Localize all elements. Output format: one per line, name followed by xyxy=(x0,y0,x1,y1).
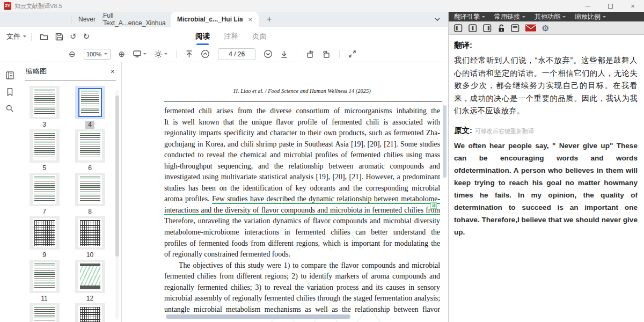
zoom-level-select[interactable]: 100% xyxy=(84,49,111,60)
titlebar: ZY 知云文献翻译V8.5 × xyxy=(0,0,644,12)
menu-other-functions[interactable]: 其他功能 xyxy=(535,12,566,21)
go-to-bottom-button[interactable] xyxy=(280,50,288,58)
page-preview xyxy=(78,262,102,291)
app-title: 知云文献翻译V8.5 xyxy=(14,2,62,10)
thumbnail-page-4[interactable]: 4 xyxy=(67,86,113,129)
zoom-in-icon: ⊕ xyxy=(119,49,126,59)
arrow-to-bottom-icon xyxy=(280,50,288,58)
minimize-icon xyxy=(586,6,590,6)
thumbnail-page-12[interactable]: 12 xyxy=(67,260,113,303)
tab-read[interactable]: 阅读 xyxy=(194,27,211,46)
expand-icon xyxy=(348,50,356,58)
thumbnail-page-number: 3 xyxy=(40,121,49,129)
tab-microbial-active[interactable]: Microbial_c..._Hui Liao * × xyxy=(171,12,259,27)
thumbnail-page-number: 12 xyxy=(84,295,96,303)
translation-annotation-badge[interactable]: 译 xyxy=(430,202,437,209)
open-file-button[interactable] xyxy=(40,32,48,41)
save-button[interactable] xyxy=(55,32,63,41)
divider xyxy=(339,50,340,58)
arrow-to-top-icon xyxy=(185,50,193,58)
rotate-left-button[interactable] xyxy=(306,50,314,58)
layout-middle-button[interactable] xyxy=(468,24,478,33)
thumbnail-preview xyxy=(30,303,60,322)
maximize-button[interactable] xyxy=(599,0,621,12)
pdf-running-head: H. Liao et al. / Food Science and Human … xyxy=(164,88,440,94)
next-page-button[interactable] xyxy=(264,49,273,58)
thumbnail-page-7[interactable]: 7 xyxy=(21,173,67,216)
thumbnail-page-8[interactable]: 8 xyxy=(67,173,113,216)
page-display-mode-button[interactable] xyxy=(133,50,147,58)
thumbnail-scrollbar[interactable] xyxy=(115,90,119,319)
thumbnail-page-11[interactable]: 11 xyxy=(21,260,67,303)
view-mode-tabs: 阅读 注释 页面 xyxy=(194,27,268,46)
search-panel-button[interactable] xyxy=(5,104,14,113)
thumbnails-panel-title: 缩略图 xyxy=(26,67,47,76)
thumbnail-page-number: 10 xyxy=(84,251,96,259)
thumbnail-page-13[interactable]: 13 xyxy=(21,303,67,322)
thumbnails-panel-button[interactable] xyxy=(5,71,14,80)
fullscreen-button[interactable] xyxy=(348,50,356,58)
menu-translation-engine[interactable]: 翻译引擎 xyxy=(454,12,485,21)
minimize-button[interactable] xyxy=(576,0,599,12)
layout-split-icon xyxy=(510,24,520,33)
page-number-input[interactable]: 4 / 26 xyxy=(218,48,255,60)
tab-close-icon[interactable]: × xyxy=(248,16,252,24)
new-tab-button[interactable]: + xyxy=(259,14,280,24)
bookmarks-panel-button[interactable] xyxy=(6,87,14,97)
thumbnail-page-5[interactable]: 5 xyxy=(21,129,67,173)
tab-page[interactable]: 页面 xyxy=(251,27,268,46)
pdf-horizontal-scrollbar-thumb[interactable] xyxy=(166,314,350,319)
previous-page-button[interactable] xyxy=(201,49,210,58)
highlighted-sentence[interactable]: interactions and the diversity of flavor… xyxy=(164,205,440,216)
tab-label: Full Text_A...ence_Xinhua xyxy=(103,12,171,27)
layout-right-button[interactable] xyxy=(482,24,492,33)
search-icon xyxy=(5,104,14,113)
undo-button[interactable]: ↺ xyxy=(70,32,77,41)
scrollbar-thumb[interactable] xyxy=(115,96,119,257)
brightness-button[interactable] xyxy=(154,50,167,58)
rotate-right-button[interactable] xyxy=(322,50,331,58)
layout-left-button[interactable] xyxy=(453,24,463,33)
thumbnail-page-6[interactable]: 6 xyxy=(67,129,113,173)
email-button[interactable] xyxy=(525,24,537,32)
page-preview xyxy=(78,175,102,204)
lock-button[interactable] xyxy=(497,24,506,33)
pdf-vertical-scrollbar-thumb[interactable] xyxy=(443,105,447,178)
tab-overflow-button[interactable] xyxy=(434,17,441,21)
tab-never[interactable]: Never xyxy=(71,12,103,27)
menu-zoom-ratio[interactable]: 缩放比例 xyxy=(575,12,606,21)
settings-button[interactable]: ⚙ xyxy=(541,24,549,33)
gear-icon: ⚙ xyxy=(541,24,549,33)
zoom-out-button[interactable]: ⊖ xyxy=(69,49,76,59)
translation-text[interactable]: 我们经常听到人们说，“永不放弃”。这些都是鼓舞人心的话语和坚定的话语。一个相信它… xyxy=(454,54,638,118)
tab-annotate[interactable]: 注释 xyxy=(223,27,239,46)
redo-button[interactable]: ↻ xyxy=(83,32,90,41)
thumbnail-page-9[interactable]: 9 xyxy=(21,216,67,260)
thumbnail-page-3[interactable]: 3 xyxy=(21,86,67,129)
source-hint: 可修改后右键重新翻译 xyxy=(475,128,534,134)
panel-close-icon[interactable]: × xyxy=(111,67,115,76)
divider xyxy=(31,33,32,41)
thumbnail-page-10[interactable]: 10 xyxy=(67,216,113,260)
thumbnail-preview xyxy=(75,129,105,163)
menu-label: 常用链接 xyxy=(494,12,520,21)
thumbnail-page-14[interactable]: 14 xyxy=(67,303,113,322)
source-text[interactable]: We often hear people say, " Never give u… xyxy=(454,140,638,238)
thumbnail-preview xyxy=(75,216,105,250)
zoom-in-button[interactable]: ⊕ xyxy=(119,49,126,59)
tab-fulltext[interactable]: Full Text_A...ence_Xinhua xyxy=(103,12,171,27)
bookmark-icon xyxy=(6,87,14,97)
divider xyxy=(297,50,297,58)
chevron-down-icon xyxy=(143,53,147,55)
thumbnail-page-number: 7 xyxy=(40,208,49,216)
redo-icon: ↻ xyxy=(83,32,90,41)
go-to-top-button[interactable] xyxy=(185,50,193,58)
file-menu[interactable]: 文件 xyxy=(6,32,26,41)
main-toolbar: 文件 ↺ ↻ 阅读 注释 页面 xyxy=(0,27,448,46)
page-preview xyxy=(33,131,56,160)
menu-common-links[interactable]: 常用链接 xyxy=(494,12,525,21)
layout-split-button[interactable] xyxy=(510,24,520,33)
thumbnail-preview xyxy=(30,86,60,119)
close-button[interactable]: × xyxy=(621,0,644,12)
pdf-text-line: microbial assembly of regionally ferment… xyxy=(164,293,440,304)
